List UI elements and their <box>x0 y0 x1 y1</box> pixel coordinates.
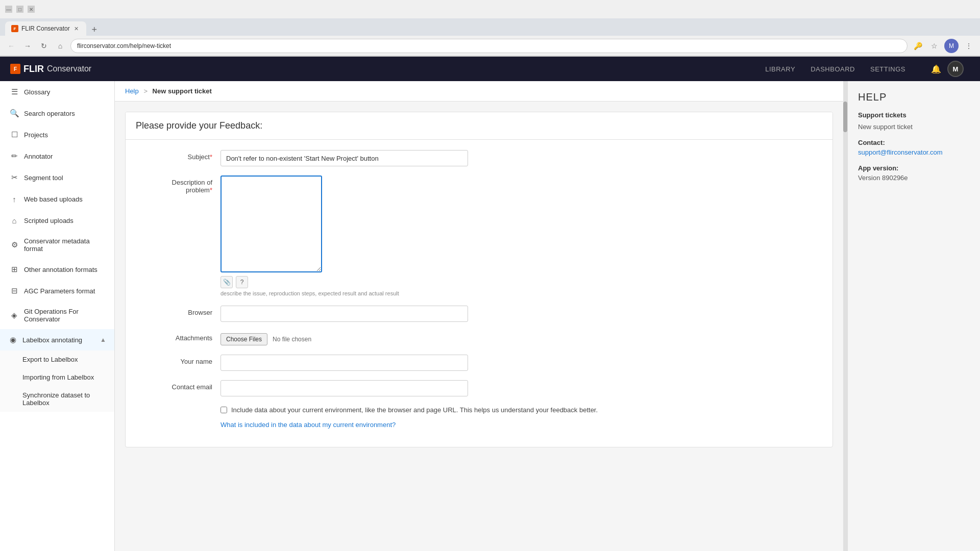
sidebar-item-other-annotation-label: Other annotation formats <box>24 266 97 273</box>
description-required: * <box>210 186 212 194</box>
profile-icon[interactable]: M <box>944 39 959 53</box>
more-options-icon[interactable]: ⋮ <box>963 40 975 52</box>
user-avatar[interactable]: M <box>947 61 964 77</box>
web-uploads-icon: ↑ <box>10 194 19 204</box>
sidebar-item-search-operators[interactable]: 🔍 Search operators <box>0 103 114 124</box>
help-panel: HELP Support tickets New support ticket … <box>847 81 980 551</box>
sidebar-item-conservator-metadata-label: Conservator metadata format <box>24 237 106 253</box>
sidebar-item-glossary[interactable]: ☰ Glossary <box>0 81 114 103</box>
sidebar-item-git-operations[interactable]: ◈ Git Operations For Conservator <box>0 302 114 329</box>
sidebar-item-other-annotation[interactable]: ⊞ Other annotation formats <box>0 259 114 280</box>
tab-title: FLIR Conservator <box>21 25 70 32</box>
segment-tool-icon: ✂ <box>10 173 19 182</box>
attachments-label: Attachments <box>141 331 212 342</box>
new-tab-button[interactable]: + <box>88 23 101 36</box>
nav-settings[interactable]: SETTINGS <box>870 65 905 73</box>
environment-info-link[interactable]: What is included in the data about my cu… <box>220 421 396 429</box>
help-new-ticket-link[interactable]: New support ticket <box>858 123 970 131</box>
sidebar-item-labelbox-label: Labelbox annotating <box>22 336 82 344</box>
sidebar-item-git-operations-label: Git Operations For Conservator <box>24 308 106 323</box>
minimize-button[interactable]: — <box>5 6 12 13</box>
close-tab-icon[interactable]: ✕ <box>73 25 80 32</box>
sidebar-item-conservator-metadata[interactable]: ⚙ Conservator metadata format <box>0 231 114 259</box>
description-hint: describe the issue, reproduction steps, … <box>220 290 468 296</box>
breadcrumb-parent-link[interactable]: Help <box>125 87 139 95</box>
sidebar-item-scripted-uploads[interactable]: ⌂ Scripted uploads <box>0 210 114 231</box>
star-icon[interactable]: ☆ <box>928 40 940 52</box>
form-title: Please provide your Feedback: <box>136 120 822 131</box>
projects-icon: ☐ <box>10 130 19 139</box>
git-operations-icon: ◈ <box>10 311 19 320</box>
subject-input[interactable] <box>220 150 468 166</box>
sidebar-item-agc-parameters[interactable]: ⊟ AGC Parameters format <box>0 280 114 302</box>
refresh-button[interactable]: ↻ <box>38 40 50 52</box>
subject-label: Subject* <box>141 150 212 161</box>
address-bar-input[interactable] <box>70 39 908 53</box>
form-card: Please provide your Feedback: Subject* <box>125 112 833 447</box>
sidebar: ☰ Glossary 🔍 Search operators ☐ Projects… <box>0 81 115 551</box>
sidebar-item-projects[interactable]: ☐ Projects <box>0 124 114 145</box>
back-button[interactable]: ← <box>5 40 17 52</box>
description-textarea[interactable] <box>220 176 322 272</box>
logo-flir: FLIR <box>23 64 44 74</box>
choose-files-button[interactable]: Choose Files <box>220 333 267 345</box>
tab-favicon: F <box>11 25 18 32</box>
key-icon[interactable]: 🔑 <box>912 40 924 52</box>
notification-icon[interactable]: 🔔 <box>931 64 941 74</box>
file-input-wrapper: Choose Files No file chosen <box>220 333 311 345</box>
sidebar-item-search-operators-label: Search operators <box>24 110 75 117</box>
description-row: Description ofproblem* 📎 ? describe the … <box>141 176 817 296</box>
sidebar-item-agc-parameters-label: AGC Parameters format <box>24 287 95 295</box>
help-version-label: App version: <box>858 164 970 172</box>
nav-library[interactable]: LIBRARY <box>765 65 795 73</box>
scroll-thumb[interactable] <box>843 102 847 132</box>
browser-row: Browser <box>141 306 817 322</box>
breadcrumb: Help > New support ticket <box>115 81 843 102</box>
no-file-text: No file chosen <box>273 336 311 343</box>
app-logo: F FLIR Conservator <box>10 64 91 74</box>
sidebar-subitem-export-labelbox[interactable]: Export to Labelbox <box>0 350 114 368</box>
sidebar-item-labelbox-annotating[interactable]: ◉ Labelbox annotating ▲ <box>0 329 114 350</box>
sidebar-item-scripted-uploads-label: Scripted uploads <box>24 217 74 224</box>
sidebar-item-segment-tool-label: Segment tool <box>24 174 63 182</box>
browser-input[interactable] <box>220 306 468 322</box>
sidebar-item-glossary-label: Glossary <box>24 88 50 96</box>
textarea-toolbar: 📎 ? <box>220 276 468 288</box>
agc-parameters-icon: ⊟ <box>10 286 19 295</box>
scroll-divider <box>843 81 847 551</box>
sidebar-subitem-import-labelbox[interactable]: Importing from Labelbox <box>0 368 114 386</box>
nav-right: 🔔 M <box>931 61 970 77</box>
sidebar-item-segment-tool[interactable]: ✂ Segment tool <box>0 167 114 188</box>
environment-checkbox[interactable] <box>220 407 227 413</box>
help-contact-email[interactable]: support@flirconservator.com <box>858 148 943 156</box>
browser-tab[interactable]: F FLIR Conservator ✕ <box>5 21 86 36</box>
your-name-input[interactable] <box>220 355 468 371</box>
browser-label: Browser <box>141 306 212 316</box>
annotator-icon: ✏ <box>10 152 19 161</box>
maximize-button[interactable]: □ <box>16 6 23 13</box>
help-panel-title: HELP <box>858 91 970 103</box>
attach-icon[interactable]: 📎 <box>220 276 233 288</box>
subject-row: Subject* <box>141 150 817 166</box>
form-container: Please provide your Feedback: Subject* <box>115 102 843 458</box>
sidebar-item-web-uploads[interactable]: ↑ Web based uploads <box>0 188 114 210</box>
forward-button[interactable]: → <box>21 40 34 52</box>
contact-email-input[interactable] <box>220 380 468 396</box>
attachments-row: Attachments Choose Files No file chosen <box>141 331 817 345</box>
main-area: ☰ Glossary 🔍 Search operators ☐ Projects… <box>0 81 980 551</box>
sidebar-submenu-labelbox: Export to Labelbox Importing from Labelb… <box>0 350 114 412</box>
checkbox-label: Include data about your current environm… <box>231 406 598 415</box>
form-header: Please provide your Feedback: <box>126 112 832 140</box>
logo-conservator: Conservator <box>47 64 91 73</box>
nav-dashboard[interactable]: DASHBOARD <box>811 65 855 73</box>
help-icon[interactable]: ? <box>236 276 248 288</box>
sidebar-subitem-synchronize-dataset[interactable]: Synchronize dataset to Labelbox <box>0 386 114 412</box>
description-wrapper: 📎 ? describe the issue, reproduction ste… <box>220 176 468 296</box>
home-button[interactable]: ⌂ <box>54 40 66 52</box>
close-button[interactable]: ✕ <box>28 6 35 13</box>
sidebar-item-projects-label: Projects <box>24 131 48 139</box>
labelbox-icon: ◉ <box>8 335 17 344</box>
your-name-row: Your name <box>141 355 817 371</box>
sidebar-item-annotator[interactable]: ✏ Annotator <box>0 145 114 167</box>
help-version-value: Version 890296e <box>858 174 970 182</box>
